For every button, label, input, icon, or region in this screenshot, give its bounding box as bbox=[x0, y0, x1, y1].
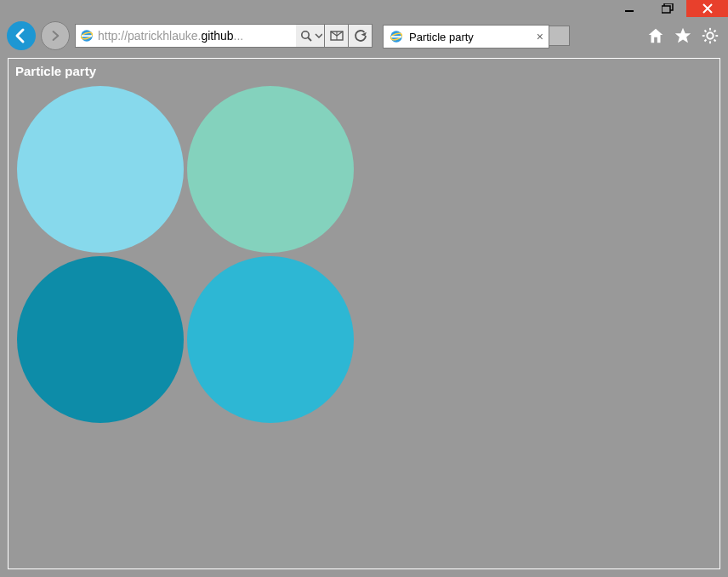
refresh-button[interactable] bbox=[349, 24, 373, 48]
address-bar[interactable]: http://patrickhlauke.github... bbox=[75, 24, 296, 48]
svg-line-21 bbox=[704, 40, 706, 42]
back-button[interactable] bbox=[7, 21, 36, 50]
particle-circle bbox=[187, 256, 354, 423]
home-icon[interactable] bbox=[646, 26, 665, 45]
ie-favicon-icon bbox=[389, 29, 404, 44]
forward-button[interactable] bbox=[41, 21, 70, 50]
particle-circle bbox=[17, 86, 184, 253]
tab-title: Particle party bbox=[409, 31, 532, 43]
close-window-button[interactable] bbox=[686, 0, 728, 17]
svg-point-13 bbox=[707, 32, 713, 38]
address-bar-group: http://patrickhlauke.github... bbox=[75, 24, 373, 48]
compat-view-button[interactable] bbox=[325, 24, 349, 48]
svg-rect-0 bbox=[625, 10, 634, 12]
page-heading: Particle party bbox=[9, 59, 719, 78]
svg-rect-12 bbox=[391, 36, 401, 37]
svg-line-20 bbox=[714, 30, 716, 31]
particle-circle bbox=[17, 256, 184, 423]
command-bar bbox=[646, 26, 719, 45]
tab-active[interactable]: Particle party × bbox=[383, 25, 549, 49]
address-url: http://patrickhlauke.github... bbox=[98, 29, 293, 43]
new-tab-button[interactable] bbox=[549, 26, 570, 46]
svg-rect-5 bbox=[82, 35, 92, 37]
tab-close-button[interactable]: × bbox=[537, 30, 543, 43]
search-button[interactable] bbox=[296, 24, 325, 48]
tab-strip: Particle party × bbox=[383, 23, 570, 49]
favorites-icon[interactable] bbox=[674, 26, 692, 45]
page-viewport: Particle party bbox=[8, 58, 720, 569]
svg-point-6 bbox=[301, 31, 308, 38]
minimize-button[interactable] bbox=[610, 0, 648, 17]
tools-icon[interactable] bbox=[701, 26, 719, 45]
svg-line-18 bbox=[704, 30, 706, 31]
svg-rect-2 bbox=[662, 6, 670, 13]
svg-line-7 bbox=[308, 37, 311, 41]
window-caption-bar bbox=[0, 0, 728, 19]
particle-circle bbox=[187, 86, 354, 253]
ie-favicon-icon bbox=[79, 28, 94, 43]
browser-toolbar: http://patrickhlauke.github... bbox=[0, 19, 728, 53]
svg-line-19 bbox=[714, 40, 716, 42]
restore-button[interactable] bbox=[648, 0, 686, 17]
